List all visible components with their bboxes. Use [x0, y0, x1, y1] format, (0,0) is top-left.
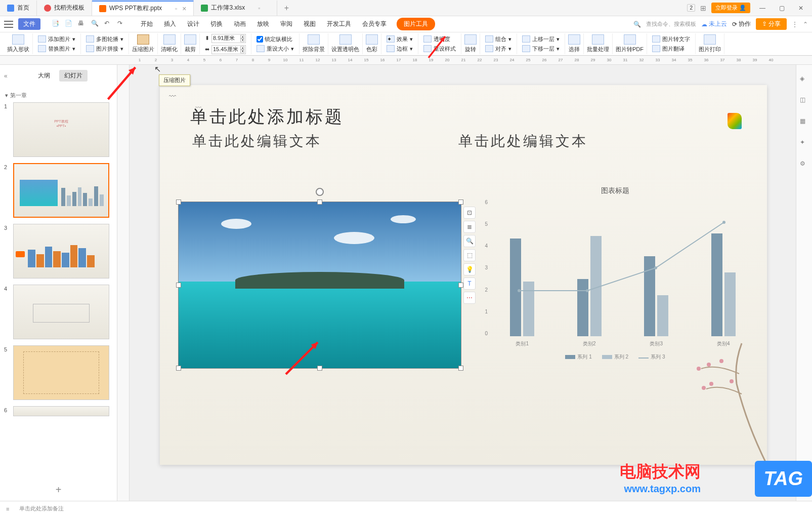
resize-handle[interactable] — [317, 200, 322, 205]
select-button[interactable]: 选择 — [568, 34, 580, 53]
title-placeholder[interactable]: 单击此处添加标题 — [190, 105, 344, 129]
step-up-icon[interactable]: ▴ — [240, 35, 244, 38]
tab-insert[interactable]: 插入 — [163, 18, 177, 30]
lock-ratio-checkbox[interactable]: 锁定纵横比 — [254, 35, 294, 44]
collapse-icon[interactable]: « — [4, 72, 8, 80]
resize-handle[interactable] — [458, 283, 463, 288]
tab-workbook[interactable]: 工作簿3.xlsx ▫ × — [194, 1, 277, 16]
tab-slideshow[interactable]: 放映 — [256, 18, 270, 30]
file-menu[interactable]: 文件 — [18, 18, 40, 30]
settings-icon[interactable]: ▦ — [800, 117, 809, 127]
rotate-button[interactable]: 旋转 — [464, 34, 477, 53]
tab-current-file[interactable]: WPS PPT教程.pptx ▫ × — [92, 1, 194, 16]
text-placeholder-left[interactable]: 单击此处编辑文本 — [192, 132, 322, 151]
tab-transition[interactable]: 切换 — [209, 18, 224, 30]
minimize-button[interactable]: — — [755, 1, 770, 15]
notes-placeholder[interactable]: 单击此处添加备注 — [19, 505, 806, 512]
slide-thumbnail-2[interactable]: 2 — [4, 163, 113, 218]
align-button[interactable]: 对齐▾ — [483, 45, 514, 53]
add-slide-button[interactable]: + — [0, 479, 117, 501]
redo-icon[interactable]: ↷ — [117, 20, 126, 29]
add-image-button[interactable]: 添加图片▾ — [36, 35, 77, 44]
border-button[interactable]: 边框▾ — [384, 45, 415, 53]
animation-icon[interactable]: ✦ — [800, 139, 809, 148]
tab-member[interactable]: 会员专享 — [361, 18, 388, 30]
tab-home[interactable]: 首页 — [0, 1, 37, 16]
group-button[interactable]: 组合▾ — [483, 35, 514, 44]
rotate-handle[interactable] — [316, 188, 324, 196]
reset-size-button[interactable]: 重设大小▾ — [254, 45, 296, 53]
multi-outline-button[interactable]: 多图轮播▾ — [84, 35, 125, 44]
sharpen-button[interactable]: 清晰化 — [161, 34, 178, 53]
crop-button[interactable]: 裁剪 — [184, 34, 196, 53]
search-icon[interactable]: 🔍 — [633, 21, 641, 28]
insert-shape-button[interactable]: 插入形状 — [7, 34, 29, 53]
slide-thumbnail-6[interactable]: 6 — [4, 406, 113, 416]
image-tile-button[interactable]: 图片拼接▾ — [84, 45, 125, 53]
compress-image-button[interactable]: 压缩图片 — [132, 34, 154, 53]
remove-bg-button[interactable]: 抠除背景 — [303, 34, 325, 53]
tab-animation[interactable]: 动画 — [233, 18, 247, 30]
to-text-button[interactable]: 图片转文字 — [650, 35, 692, 44]
collapse-ribbon-icon[interactable]: ⌃ — [803, 21, 808, 28]
resize-handle[interactable] — [176, 366, 181, 371]
apps-icon[interactable]: ⊞ — [700, 4, 706, 12]
style-icon[interactable]: ◫ — [800, 96, 809, 105]
to-pdf-button[interactable]: 图片转PDF — [616, 34, 644, 53]
undo-icon[interactable]: ↶ — [104, 20, 113, 29]
resize-handle[interactable] — [458, 200, 463, 205]
save-icon[interactable]: 📑 — [52, 20, 61, 29]
resize-handle[interactable] — [176, 200, 181, 205]
translate-button[interactable]: 图片翻译 — [650, 45, 687, 53]
slide-thumbnail-3[interactable]: 3 — [4, 224, 113, 279]
print-preview-icon[interactable]: 🔍 — [91, 20, 100, 29]
close-icon[interactable]: × — [182, 5, 186, 13]
cloud-button[interactable]: ☁ 未上云 — [701, 20, 727, 28]
width-input[interactable]: 8.91厘米▴▾ — [211, 34, 246, 43]
outline-tab[interactable]: 大纲 — [33, 70, 55, 82]
height-input[interactable]: 15.45厘米▴▾ — [211, 45, 246, 54]
slide-thumbnail-4[interactable]: 4 — [4, 285, 113, 339]
collab-button[interactable]: ⟳ 协作 — [732, 20, 751, 28]
close-button[interactable]: ✕ — [794, 1, 808, 15]
text-placeholder-right[interactable]: 单击此处编辑文本 — [458, 132, 588, 151]
tab-review[interactable]: 审阅 — [279, 18, 293, 30]
hamburger-icon[interactable] — [4, 21, 13, 28]
slide-thumbnail-1[interactable]: 1 PPT教程•PPT• — [4, 102, 113, 157]
tab-picture-tools[interactable]: 图片工具 — [397, 18, 435, 30]
section-header[interactable]: ▾第一章 — [4, 89, 113, 102]
badge-icon[interactable]: 2 — [687, 4, 695, 12]
tab-menu-icon[interactable]: ▫ — [258, 5, 260, 12]
step-down-icon[interactable]: ▾ — [240, 38, 244, 42]
chevron-down-icon[interactable]: ⋮ — [792, 21, 798, 28]
slides-tab[interactable]: 幻灯片 — [59, 70, 88, 82]
print-icon[interactable]: 🖶 — [78, 20, 87, 29]
tab-start[interactable]: 开始 — [140, 18, 154, 30]
move-down-button[interactable]: 下移一层▾ — [520, 45, 562, 53]
tab-templates[interactable]: 找稻壳模板 — [37, 1, 92, 16]
tab-view[interactable]: 视图 — [303, 18, 317, 30]
move-up-button[interactable]: 上移一层▾ — [520, 35, 562, 44]
step-down-icon[interactable]: ▾ — [240, 50, 244, 53]
save-as-icon[interactable]: 📄 — [65, 20, 74, 29]
transparent-color-button[interactable]: 设置透明色 — [331, 34, 359, 53]
slide-thumbnail-5[interactable]: 5 — [4, 345, 113, 400]
new-tab-button[interactable]: + — [277, 1, 296, 16]
tab-menu-icon[interactable]: ▫ — [175, 5, 177, 12]
maximize-button[interactable]: ▢ — [775, 1, 789, 15]
slide-canvas-area[interactable]: 〰 〰 单击此处添加标题 单击此处编辑文本 单击此处编辑文本 — [130, 65, 796, 501]
login-button[interactable]: 立即登录 👤 — [711, 3, 750, 13]
share-button[interactable]: ⇪ 分享 — [756, 18, 787, 30]
tools-icon[interactable]: ⚙ — [800, 160, 809, 169]
diamond-icon[interactable]: ◈ — [800, 75, 809, 84]
tab-developer[interactable]: 开发工具 — [326, 18, 352, 30]
search-commands[interactable]: 查找命令、搜索模板 — [646, 20, 696, 28]
tab-design[interactable]: 设计 — [186, 18, 200, 30]
effect-button[interactable]: ✦效果▾ — [384, 35, 415, 44]
step-up-icon[interactable]: ▴ — [240, 46, 244, 50]
notes-icon[interactable]: ≡ — [6, 506, 9, 512]
resize-handle[interactable] — [458, 366, 463, 371]
color-button[interactable]: 色彩 — [366, 34, 378, 53]
resize-handle[interactable] — [176, 283, 181, 288]
print-image-button[interactable]: 图片打印 — [699, 34, 721, 53]
